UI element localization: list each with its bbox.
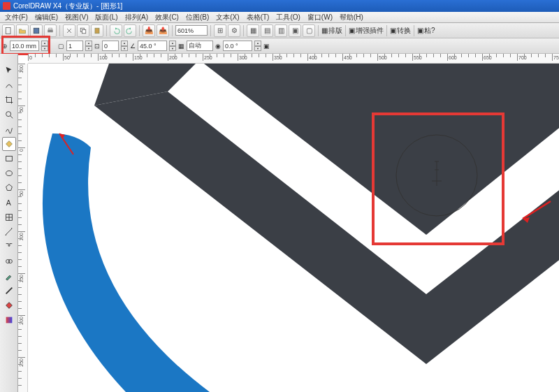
freehand-tool[interactable] bbox=[2, 122, 16, 136]
align5-button[interactable]: ▢ bbox=[303, 24, 315, 37]
svg-rect-5 bbox=[82, 29, 86, 33]
angle-icon: ∠ bbox=[130, 43, 136, 50]
separator bbox=[106, 25, 107, 36]
separator bbox=[386, 25, 387, 36]
copy-button[interactable] bbox=[77, 24, 89, 37]
paste-button[interactable] bbox=[91, 24, 103, 37]
field2[interactable]: 1 bbox=[66, 41, 83, 51]
rectangle-tool[interactable] bbox=[2, 152, 16, 166]
align2-button[interactable]: ▤ bbox=[261, 24, 273, 37]
field4-spinner[interactable]: ▲▼ bbox=[254, 41, 261, 51]
text-tool[interactable]: A bbox=[2, 196, 16, 210]
separator bbox=[172, 25, 173, 36]
field3[interactable]: 0 bbox=[102, 41, 119, 51]
menu-tools[interactable]: 工具(O) bbox=[273, 13, 303, 22]
open-button[interactable] bbox=[16, 24, 29, 37]
separator bbox=[318, 25, 319, 36]
menu-arrange[interactable]: 排列(A) bbox=[122, 13, 152, 22]
crop-tool[interactable] bbox=[2, 93, 16, 107]
menu-file[interactable]: 文件(F) bbox=[1, 13, 31, 22]
align4-button[interactable]: ▣ bbox=[289, 24, 301, 37]
svg-rect-2 bbox=[48, 29, 53, 32]
align-button[interactable]: ▦ bbox=[247, 24, 259, 37]
menu-bitmap[interactable]: 位图(B) bbox=[182, 13, 212, 22]
preset-icon: ▦ bbox=[178, 43, 184, 50]
svg-rect-0 bbox=[6, 27, 10, 34]
app-icon bbox=[3, 2, 10, 10]
artwork bbox=[28, 64, 559, 392]
dimension-tool[interactable] bbox=[2, 225, 16, 239]
group-layout[interactable]: ▦ 排版 bbox=[321, 26, 342, 36]
svg-rect-8 bbox=[6, 157, 12, 161]
new-button[interactable] bbox=[2, 24, 15, 37]
menu-layout[interactable]: 版面(L) bbox=[92, 13, 121, 22]
toolbox: A bbox=[0, 54, 18, 392]
table-tool[interactable] bbox=[2, 210, 16, 224]
cut-button[interactable] bbox=[63, 24, 75, 37]
group-convert[interactable]: ▣ 转换 bbox=[390, 26, 411, 36]
angle-spinner[interactable]: ▲▼ bbox=[169, 41, 176, 51]
field3-spinner[interactable]: ▲▼ bbox=[121, 41, 128, 51]
undo-button[interactable] bbox=[110, 24, 122, 37]
arrow-annotation-1 bbox=[56, 130, 77, 158]
arrow-annotation-2 bbox=[519, 198, 554, 226]
menu-window[interactable]: 窗口(W) bbox=[304, 13, 336, 22]
field4[interactable]: 0.0 ° bbox=[223, 41, 252, 51]
menu-help[interactable]: 帮助(H) bbox=[336, 13, 367, 22]
print-button[interactable] bbox=[44, 24, 57, 37]
interactive-fill-tool[interactable] bbox=[2, 313, 16, 327]
redo-button[interactable] bbox=[124, 24, 136, 37]
menu-table[interactable]: 表格(T) bbox=[243, 13, 273, 22]
ellipse-tool[interactable] bbox=[2, 166, 16, 180]
export-button[interactable]: 📤 bbox=[157, 24, 169, 37]
menu-bar: 文件(F) 编辑(E) 视图(V) 版面(L) 排列(A) 效果(C) 位图(B… bbox=[0, 12, 559, 23]
separator bbox=[139, 25, 140, 36]
zoom-field[interactable]: 601% bbox=[175, 25, 208, 36]
zoom-tool[interactable] bbox=[2, 108, 16, 122]
menu-edit[interactable]: 编辑(E) bbox=[31, 13, 61, 22]
group-plugins[interactable]: ▣ 增强插件 bbox=[349, 26, 384, 36]
brush-size-field[interactable]: 10.0 mm bbox=[10, 41, 39, 51]
field2-spinner[interactable]: ▲▼ bbox=[85, 41, 92, 51]
field4-icon: ◉ bbox=[215, 43, 221, 50]
window-title: CorelDRAW X4（专业版）- [图形1] bbox=[13, 1, 122, 11]
field3-icon: ⊡ bbox=[94, 43, 100, 50]
size-icon: ⊕ bbox=[2, 43, 8, 50]
svg-point-13 bbox=[8, 259, 12, 263]
effects-tool[interactable] bbox=[2, 254, 16, 268]
separator bbox=[414, 25, 414, 36]
canvas[interactable] bbox=[28, 64, 559, 392]
toggle-icon[interactable]: ▣ bbox=[263, 43, 270, 50]
svg-point-9 bbox=[6, 171, 12, 176]
horizontal-ruler: 0501001502002503003504004505005506006507… bbox=[28, 54, 559, 64]
svg-rect-1 bbox=[34, 28, 39, 34]
import-button[interactable]: 📥 bbox=[143, 24, 155, 37]
svg-rect-6 bbox=[95, 28, 99, 34]
separator bbox=[59, 25, 60, 36]
menu-text[interactable]: 文本(X) bbox=[212, 13, 242, 22]
vertical-ruler: 10050050100150200250 bbox=[18, 64, 28, 392]
menu-effects[interactable]: 效果(C) bbox=[152, 13, 182, 22]
connector-tool[interactable] bbox=[2, 240, 16, 254]
angle-field[interactable]: 45.0 ° bbox=[138, 41, 167, 51]
preset-field[interactable]: 自动 bbox=[187, 41, 213, 51]
smart-fill-tool[interactable] bbox=[2, 137, 16, 151]
menu-view[interactable]: 视图(V) bbox=[61, 13, 92, 22]
align3-button[interactable]: ▥ bbox=[275, 24, 287, 37]
snap-button[interactable]: ⊞ bbox=[214, 24, 226, 37]
group-paste[interactable]: ▣ 粘? bbox=[417, 26, 435, 36]
brush-size-spinner[interactable]: ▲▼ bbox=[41, 41, 48, 51]
fill-tool[interactable] bbox=[2, 298, 16, 312]
options-button[interactable]: ⚙ bbox=[228, 24, 240, 37]
svg-rect-3 bbox=[49, 28, 52, 29]
polygon-tool[interactable] bbox=[2, 181, 16, 195]
pick-tool[interactable] bbox=[2, 64, 16, 78]
shape-tool[interactable] bbox=[2, 78, 16, 92]
svg-text:A: A bbox=[6, 198, 10, 207]
outline-tool[interactable] bbox=[2, 284, 16, 298]
field2-icon: ▢ bbox=[58, 43, 64, 50]
save-button[interactable] bbox=[30, 24, 43, 37]
standard-toolbar: 📥 📤 601% ⊞ ⚙ ▦ ▤ ▥ ▣ ▢ ▦ 排版 ▣ 增强插件 ▣ 转换 … bbox=[0, 23, 559, 38]
eyedropper-tool[interactable] bbox=[2, 269, 16, 283]
separator bbox=[243, 25, 244, 36]
